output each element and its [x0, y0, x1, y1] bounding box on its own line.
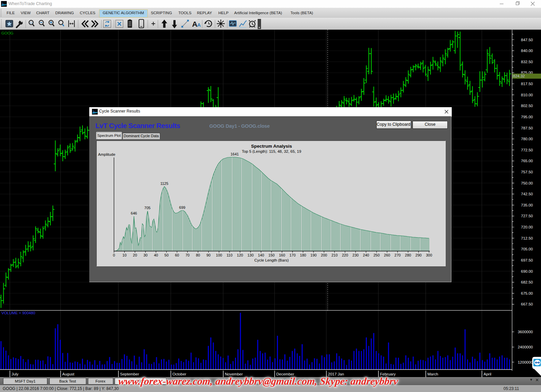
svg-text:March: March [427, 372, 438, 376]
svg-text:130: 130 [247, 253, 253, 257]
svg-text:705: 705 [144, 206, 150, 210]
svg-text:757.50: 757.50 [521, 170, 533, 174]
svg-text:840.00: 840.00 [521, 49, 533, 53]
svg-text:240: 240 [363, 253, 369, 257]
svg-text:160: 160 [279, 253, 285, 257]
svg-text:230: 230 [352, 253, 358, 257]
svg-text:705.00: 705.00 [521, 247, 533, 251]
svg-text:824.32: 824.32 [513, 74, 525, 78]
svg-text:787.50: 787.50 [521, 126, 533, 130]
svg-text:2400000: 2400000 [518, 345, 533, 349]
svg-text:780.00: 780.00 [521, 137, 533, 141]
svg-text:Amplitude: Amplitude [98, 152, 115, 156]
svg-text:765.00: 765.00 [521, 159, 533, 163]
svg-text:742.50: 742.50 [521, 192, 533, 196]
svg-text:675.00: 675.00 [521, 291, 533, 295]
svg-text:750.00: 750.00 [521, 181, 533, 185]
svg-text:140: 140 [258, 253, 264, 257]
svg-text:682.50: 682.50 [521, 280, 533, 284]
svg-text:795.00: 795.00 [521, 115, 533, 119]
svg-text:697.50: 697.50 [521, 258, 533, 262]
svg-text:170: 170 [289, 253, 295, 257]
svg-text:180: 180 [300, 253, 306, 257]
svg-text:847.50: 847.50 [521, 38, 533, 42]
svg-text:690.00: 690.00 [521, 269, 533, 273]
svg-text:280: 280 [405, 253, 411, 257]
svg-text:210: 210 [331, 253, 337, 257]
svg-text:832.50: 832.50 [521, 60, 533, 64]
svg-text:720.00: 720.00 [521, 225, 533, 229]
svg-text:810.00: 810.00 [521, 93, 533, 97]
svg-text:735.00: 735.00 [521, 203, 533, 207]
svg-text:10: 10 [122, 253, 126, 257]
svg-text:772.50: 772.50 [521, 148, 533, 152]
svg-text:30: 30 [143, 253, 147, 257]
svg-text:90: 90 [206, 253, 210, 257]
svg-text:100: 100 [216, 253, 222, 257]
svg-text:250: 250 [373, 253, 379, 257]
svg-text:Cycle Length (Bars): Cycle Length (Bars) [254, 258, 289, 262]
svg-text:1125: 1125 [160, 181, 168, 186]
svg-text:220: 220 [342, 253, 348, 257]
svg-text:646: 646 [131, 211, 137, 215]
svg-text:1641: 1641 [230, 152, 238, 156]
svg-text:727.50: 727.50 [521, 214, 533, 218]
svg-text:290: 290 [415, 253, 421, 257]
svg-text:Spectrum Analysis: Spectrum Analysis [251, 144, 292, 149]
svg-text:712.50: 712.50 [521, 236, 533, 240]
svg-text:3600000: 3600000 [518, 330, 533, 334]
svg-text:200: 200 [321, 253, 327, 257]
svg-text:260: 260 [384, 253, 390, 257]
svg-text:110: 110 [227, 253, 233, 257]
svg-text:1200000: 1200000 [518, 360, 533, 364]
svg-text:April: April [484, 372, 491, 376]
svg-text:802.50: 802.50 [521, 104, 533, 108]
svg-text:0: 0 [113, 253, 115, 257]
svg-text:July: July [11, 372, 19, 376]
svg-text:817.50: 817.50 [521, 82, 533, 86]
svg-text:August: August [62, 372, 75, 376]
svg-text:150: 150 [268, 253, 274, 257]
svg-text:190: 190 [310, 253, 316, 257]
svg-text:699: 699 [179, 205, 185, 210]
svg-text:300: 300 [426, 253, 432, 257]
svg-text:50: 50 [164, 253, 168, 257]
svg-text:120: 120 [237, 253, 243, 257]
svg-text:270: 270 [394, 253, 400, 257]
svg-text:Top 5 (Length): 115, 48, 32, 6: Top 5 (Length): 115, 48, 32, 65, 19 [242, 149, 301, 153]
svg-text:20: 20 [133, 253, 137, 257]
svg-text:667.50: 667.50 [521, 302, 533, 306]
svg-text:70: 70 [185, 253, 189, 257]
svg-text:60: 60 [175, 253, 179, 257]
svg-text:80: 80 [196, 253, 200, 257]
svg-text:40: 40 [154, 253, 158, 257]
svg-text:GOOG: GOOG [1, 31, 14, 35]
svg-text:VOLUME = 900480: VOLUME = 900480 [1, 311, 35, 315]
